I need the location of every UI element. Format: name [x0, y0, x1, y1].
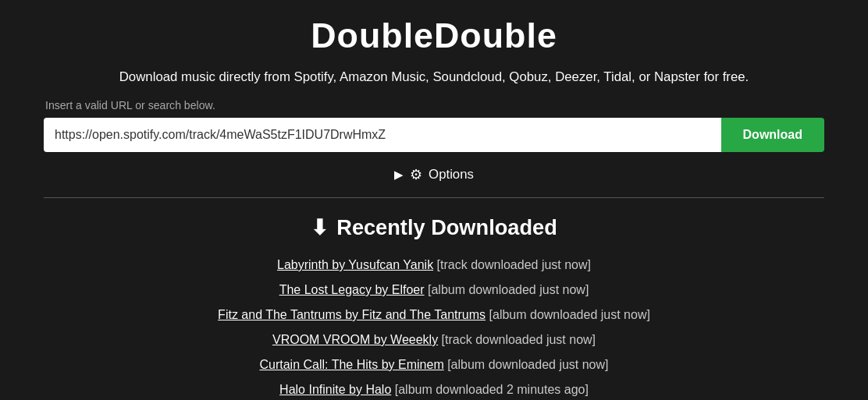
download-item-meta: [album downloaded just now] [444, 358, 609, 371]
list-item: Halo Infinite by Halo [album downloaded … [44, 377, 824, 400]
download-item-link[interactable]: VROOM VROOM by Weeekly [272, 333, 438, 346]
options-row: ▶ ⚙ Options [44, 166, 824, 183]
download-item-meta: [album downloaded 2 minutes ago] [391, 383, 589, 396]
search-row: Download [44, 118, 824, 152]
download-item-meta: [track downloaded just now] [433, 258, 591, 271]
gear-icon: ⚙ [410, 166, 422, 183]
download-list: Labyrinth by Yusufcan Yanik [track downl… [44, 253, 824, 400]
play-icon: ▶ [394, 168, 404, 182]
options-label[interactable]: Options [429, 167, 474, 182]
list-item: Curtain Call: The Hits by Eminem [album … [44, 352, 824, 377]
list-item: Fitz and The Tantrums by Fitz and The Ta… [44, 303, 824, 327]
download-arrow-icon: ⬇ [311, 215, 329, 240]
download-item-link[interactable]: Labyrinth by Yusufcan Yanik [277, 258, 433, 271]
divider [44, 197, 824, 198]
download-item-link[interactable]: The Lost Legacy by Elfoer [279, 283, 425, 296]
list-item: The Lost Legacy by Elfoer [album downloa… [44, 278, 824, 303]
recently-downloaded-title: ⬇ Recently Downloaded [44, 215, 824, 240]
download-item-link[interactable]: Halo Infinite by Halo [279, 383, 391, 396]
download-item-link[interactable]: Curtain Call: The Hits by Eminem [259, 358, 443, 371]
recently-downloaded-heading: Recently Downloaded [336, 215, 557, 240]
subtitle: Download music directly from Spotify, Am… [44, 69, 824, 85]
download-button[interactable]: Download [721, 118, 824, 152]
url-hint: Insert a valid URL or search below. [45, 99, 824, 112]
recently-downloaded-section: ⬇ Recently Downloaded Labyrinth by Yusuf… [44, 215, 824, 400]
download-item-meta: [track downloaded just now] [438, 333, 596, 346]
list-item: VROOM VROOM by Weeekly [track downloaded… [44, 327, 824, 352]
list-item: Labyrinth by Yusufcan Yanik [track downl… [44, 253, 824, 278]
download-item-meta: [album downloaded just now] [425, 283, 589, 296]
download-item-link[interactable]: Fitz and The Tantrums by Fitz and The Ta… [218, 308, 486, 321]
url-input[interactable] [44, 118, 721, 152]
site-title: DoubleDouble [44, 16, 824, 55]
download-item-meta: [album downloaded just now] [486, 308, 650, 321]
